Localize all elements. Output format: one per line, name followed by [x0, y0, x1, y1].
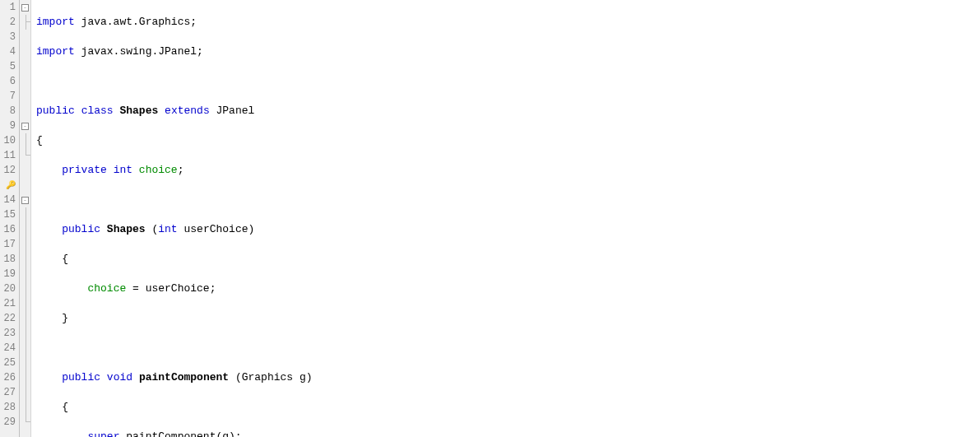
fold-toggle[interactable]: -	[21, 4, 29, 12]
code-line[interactable]: import javax.swing.JPanel;	[36, 44, 980, 59]
line-number: 4	[0, 44, 16, 59]
line-number: 15	[0, 207, 16, 222]
line-number: 14	[0, 193, 16, 207]
code-line[interactable]: private int choice;	[36, 163, 980, 178]
line-number: 10	[0, 133, 16, 148]
line-number: 9	[0, 119, 16, 133]
line-number: 27	[0, 385, 16, 400]
line-number: 12	[0, 163, 16, 178]
fold-toggle[interactable]: -	[21, 123, 29, 130]
line-number: 7	[0, 89, 16, 104]
line-number: 2	[0, 15, 16, 30]
line-number: 28	[0, 400, 16, 415]
code-line[interactable]: }	[36, 311, 980, 326]
line-number: 17	[0, 237, 16, 252]
line-number: 20	[0, 281, 16, 296]
line-number: 19	[0, 267, 16, 281]
code-line[interactable]: public Shapes (int userChoice)	[36, 222, 980, 237]
line-number: 25	[0, 356, 16, 370]
code-line[interactable]: {	[36, 133, 980, 148]
code-line[interactable]: import java.awt.Graphics;	[36, 15, 980, 30]
line-number: 16	[0, 222, 16, 237]
code-line[interactable]	[36, 74, 980, 89]
fold-gutter: - - -	[20, 0, 31, 437]
line-number: 24	[0, 341, 16, 356]
line-number: 1	[0, 0, 16, 15]
line-number: 18	[0, 252, 16, 267]
line-number: 3	[0, 30, 16, 44]
line-number: 29	[0, 415, 16, 430]
line-number: 23	[0, 326, 16, 341]
line-number: 6	[0, 74, 16, 89]
override-icon[interactable]: 🔑	[6, 179, 16, 188]
code-line[interactable]: public void paintComponent (Graphics g)	[36, 370, 980, 385]
line-number-gutter: 1 2 3 4 5 6 7 8 9 10 11 12 🔑 14 15 16 17…	[0, 0, 20, 437]
line-number: 26	[0, 370, 16, 385]
code-line[interactable]: choice = userChoice;	[36, 281, 980, 296]
code-line[interactable]: super.paintComponent(g);	[36, 430, 980, 437]
code-line[interactable]	[36, 341, 980, 356]
fold-toggle[interactable]: -	[21, 197, 29, 204]
line-number: 5	[0, 59, 16, 74]
code-line[interactable]	[36, 193, 980, 207]
code-line[interactable]: public class Shapes extends JPanel	[36, 104, 980, 119]
line-number: 11	[0, 148, 16, 163]
code-editor[interactable]: import java.awt.Graphics; import javax.s…	[31, 0, 980, 437]
line-number: 8	[0, 104, 16, 119]
code-line[interactable]: {	[36, 252, 980, 267]
line-number: 22	[0, 311, 16, 326]
line-number: 21	[0, 296, 16, 311]
code-line[interactable]: {	[36, 400, 980, 415]
line-number: 🔑	[0, 178, 16, 193]
